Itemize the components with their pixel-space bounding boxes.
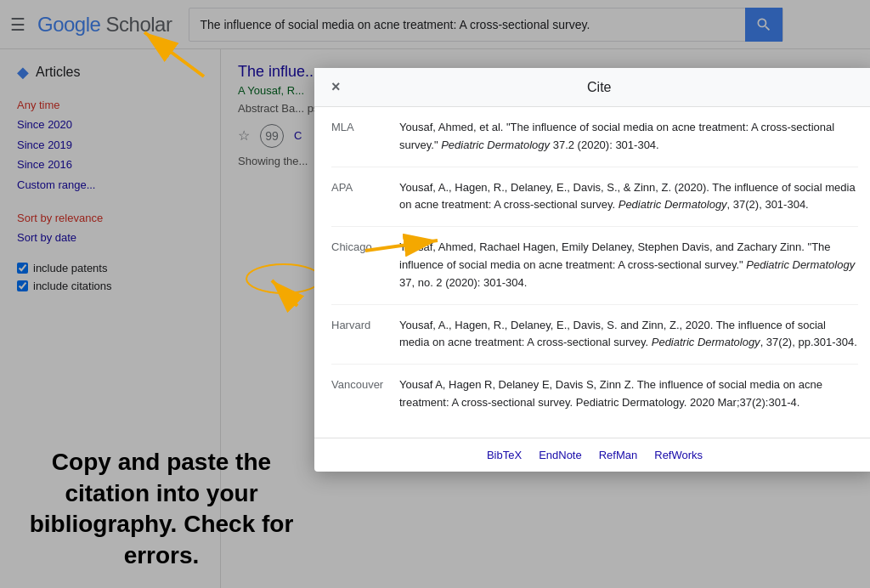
cite-text-apa[interactable]: Yousaf, A., Hagen, R., Delaney, E., Davi… <box>399 179 858 215</box>
cite-style-chicago: Chicago <box>331 239 399 291</box>
cite-row-apa: APA Yousaf, A., Hagen, R., Delaney, E., … <box>331 167 858 228</box>
cite-row-mla: MLA Yousaf, Ahmed, et al. "The influence… <box>331 107 858 167</box>
cite-style-mla: MLA <box>331 119 399 155</box>
cite-modal: × Cite MLA Yousaf, Ahmed, et al. "The in… <box>314 68 870 472</box>
export-refman[interactable]: RefMan <box>599 449 638 461</box>
cite-modal-footer: BibTeX EndNote RefMan RefWorks <box>314 438 870 472</box>
cite-modal-title: Cite <box>341 80 858 95</box>
cite-text-vancouver[interactable]: Yousaf A, Hagen R, Delaney E, Davis S, Z… <box>399 376 858 412</box>
cite-close-button[interactable]: × <box>331 78 341 96</box>
quote-circle-annotation <box>246 263 322 294</box>
cite-text-harvard[interactable]: Yousaf, A., Hagen, R., Delaney, E., Davi… <box>399 317 858 353</box>
cite-modal-body: MLA Yousaf, Ahmed, et al. "The influence… <box>314 107 870 438</box>
export-endnote[interactable]: EndNote <box>539 449 582 461</box>
cite-style-apa: APA <box>331 179 399 215</box>
cite-row-vancouver: Vancouver Yousaf A, Hagen R, Delaney E, … <box>331 365 858 424</box>
cite-text-chicago[interactable]: Yousaf, Ahmed, Rachael Hagen, Emily Dela… <box>399 239 858 291</box>
cite-row-harvard: Harvard Yousaf, A., Hagen, R., Delaney, … <box>331 305 858 365</box>
export-refworks[interactable]: RefWorks <box>654 449 703 461</box>
cite-style-vancouver: Vancouver <box>331 376 399 412</box>
export-bibtex[interactable]: BibTeX <box>487 449 522 461</box>
cite-modal-header: × Cite <box>314 68 870 107</box>
cite-text-mla[interactable]: Yousaf, Ahmed, et al. "The influence of … <box>399 119 858 155</box>
cite-row-chicago: Chicago Yousaf, Ahmed, Rachael Hagen, Em… <box>331 227 858 304</box>
cite-style-harvard: Harvard <box>331 317 399 353</box>
